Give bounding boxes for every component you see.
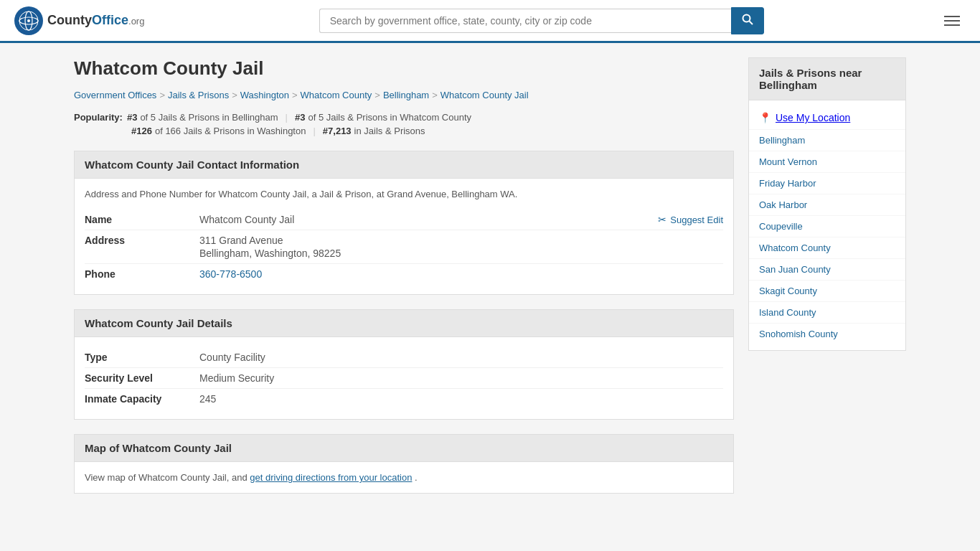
hamburger-line-3	[944, 24, 960, 26]
svg-point-3	[27, 19, 30, 22]
phone-row: Phone 360-778-6500	[85, 264, 723, 284]
sidebar-link-2[interactable]: Friday Harbor	[749, 173, 905, 194]
logo-icon	[14, 6, 43, 35]
name-label: Name	[85, 214, 199, 225]
sidebar-link-4[interactable]: Coupeville	[749, 216, 905, 237]
type-value: County Facility	[199, 352, 723, 363]
map-desc-text: View map of Whatcom County Jail, and	[85, 472, 250, 483]
map-directions-link[interactable]: get driving directions from your locatio…	[250, 472, 412, 483]
breadcrumb-sep-0: >	[159, 90, 165, 100]
popularity-section: Popularity: #3 of 5 Jails & Prisons in B…	[74, 112, 734, 136]
menu-button[interactable]	[938, 13, 966, 29]
breadcrumb-sep-3: >	[374, 90, 380, 100]
capacity-row: Inmate Capacity 245	[85, 389, 723, 409]
search-input[interactable]	[319, 9, 731, 33]
breadcrumb-link-5[interactable]: Whatcom County Jail	[440, 90, 529, 100]
rank4-text: in Jails & Prisons	[354, 126, 425, 136]
svg-point-4	[743, 14, 750, 22]
breadcrumb-link-1[interactable]: Jails & Prisons	[168, 90, 229, 100]
address-line2: Bellingham, Washington, 98225	[199, 248, 723, 259]
sidebar-heading-line2: Bellingham	[759, 79, 817, 91]
breadcrumb: Government Offices > Jails & Prisons > W…	[74, 90, 734, 100]
phone-label: Phone	[85, 268, 199, 280]
sidebar-link-3[interactable]: Oak Harbor	[749, 194, 905, 216]
logo-text: CountyOffice.org	[47, 13, 144, 28]
breadcrumb-link-4[interactable]: Bellingham	[383, 90, 429, 100]
sidebar-link-6[interactable]: San Juan County	[749, 259, 905, 281]
security-label: Security Level	[85, 372, 199, 384]
location-pin-icon: 📍	[759, 112, 771, 123]
address-line1: 311 Grand Avenue	[199, 235, 723, 246]
sidebar-link-9[interactable]: Snohomish County	[749, 324, 905, 344]
name-row: Name Whatcom County Jail ✂ Suggest Edit	[85, 209, 723, 230]
map-section: Map of Whatcom County Jail View map of W…	[74, 434, 734, 494]
sidebar-link-0[interactable]: Bellingham	[749, 130, 905, 151]
address-row: Address 311 Grand Avenue Bellingham, Was…	[85, 230, 723, 264]
rank3-text: of 166 Jails & Prisons in Washington	[155, 126, 306, 136]
sidebar: Jails & Prisons near Bellingham 📍 Use My…	[748, 57, 906, 508]
breadcrumb-sep-4: >	[432, 90, 438, 100]
address-label: Address	[85, 235, 199, 259]
type-label: Type	[85, 352, 199, 363]
svg-line-5	[749, 21, 753, 24]
security-value: Medium Security	[199, 372, 723, 384]
suggest-edit-label: Suggest Edit	[670, 215, 723, 225]
type-row: Type County Facility	[85, 347, 723, 368]
details-heading: Whatcom County Jail Details	[74, 309, 734, 337]
use-my-location[interactable]: 📍 Use My Location	[749, 106, 905, 130]
rank1-text: of 5 Jails & Prisons in Bellingham	[140, 112, 278, 123]
rank4: #7,213	[323, 126, 352, 136]
sidebar-links: 📍 Use My Location BellinghamMount Vernon…	[748, 100, 906, 351]
sidebar-heading-line1: Jails & Prisons near	[759, 67, 862, 79]
details-section: Whatcom County Jail Details Type County …	[74, 309, 734, 420]
hamburger-line-1	[944, 16, 960, 17]
phone-link[interactable]: 360-778-6500	[199, 268, 262, 280]
name-value: Whatcom County Jail	[199, 214, 294, 225]
sidebar-location-list: BellinghamMount VernonFriday HarborOak H…	[749, 130, 905, 344]
map-description: View map of Whatcom County Jail, and get…	[85, 472, 723, 483]
map-desc-end: .	[415, 472, 418, 483]
sidebar-link-5[interactable]: Whatcom County	[749, 237, 905, 259]
logo-area[interactable]: CountyOffice.org	[14, 6, 144, 35]
search-area	[319, 7, 764, 34]
content-area: Whatcom County Jail Government Offices >…	[74, 57, 734, 508]
capacity-value: 245	[199, 393, 723, 405]
contact-heading: Whatcom County Jail Contact Information	[74, 151, 734, 179]
hamburger-line-2	[944, 20, 960, 22]
popularity-label: Popularity:	[74, 112, 123, 123]
breadcrumb-sep-1: >	[232, 90, 237, 100]
suggest-edit-button[interactable]: ✂ Suggest Edit	[658, 214, 723, 225]
breadcrumb-sep-2: >	[292, 90, 298, 100]
rank1: #3	[127, 112, 137, 123]
use-location-link[interactable]: Use My Location	[776, 112, 850, 123]
sidebar-link-1[interactable]: Mount Vernon	[749, 151, 905, 173]
address-block: 311 Grand Avenue Bellingham, Washington,…	[199, 235, 723, 259]
sidebar-link-7[interactable]: Skagit County	[749, 281, 905, 302]
contact-description: Address and Phone Number for Whatcom Cou…	[85, 189, 723, 199]
security-row: Security Level Medium Security	[85, 368, 723, 389]
contact-section: Whatcom County Jail Contact Information …	[74, 151, 734, 295]
breadcrumb-link-0[interactable]: Government Offices	[74, 90, 156, 100]
rank2-text: of 5 Jails & Prisons in Whatcom County	[308, 112, 471, 123]
edit-icon: ✂	[658, 214, 666, 225]
capacity-label: Inmate Capacity	[85, 393, 199, 405]
rank2: #3	[295, 112, 305, 123]
map-heading: Map of Whatcom County Jail	[74, 434, 734, 462]
sidebar-header: Jails & Prisons near Bellingham	[748, 57, 906, 100]
search-button[interactable]	[731, 7, 764, 34]
breadcrumb-link-2[interactable]: Washington	[240, 90, 289, 100]
rank3: #126	[131, 126, 152, 136]
sidebar-link-8[interactable]: Island County	[749, 302, 905, 324]
page-title: Whatcom County Jail	[74, 57, 734, 80]
breadcrumb-link-3[interactable]: Whatcom County	[301, 90, 372, 100]
